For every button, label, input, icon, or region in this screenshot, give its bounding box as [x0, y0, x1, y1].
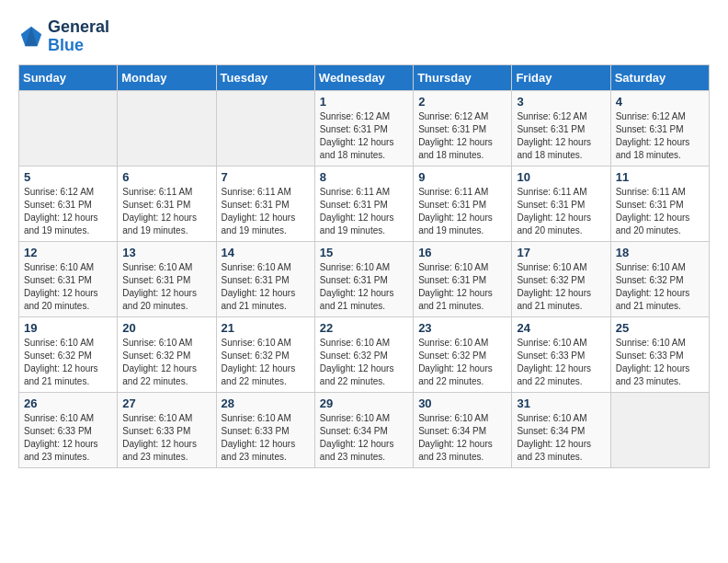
- calendar-cell: 15Sunrise: 6:10 AM Sunset: 6:31 PM Dayli…: [314, 241, 413, 316]
- calendar-cell: 25Sunrise: 6:10 AM Sunset: 6:33 PM Dayli…: [610, 316, 709, 392]
- day-info: Sunrise: 6:10 AM Sunset: 6:32 PM Dayligh…: [122, 337, 210, 388]
- day-number: 12: [24, 246, 112, 259]
- calendar-cell: 19Sunrise: 6:10 AM Sunset: 6:32 PM Dayli…: [19, 316, 118, 392]
- day-info: Sunrise: 6:12 AM Sunset: 6:31 PM Dayligh…: [418, 110, 506, 162]
- day-info: Sunrise: 6:11 AM Sunset: 6:31 PM Dayligh…: [320, 186, 408, 237]
- day-number: 1: [320, 95, 408, 109]
- page-header: General Blue: [18, 18, 710, 55]
- day-number: 23: [418, 321, 506, 335]
- day-number: 8: [320, 170, 408, 184]
- day-info: Sunrise: 6:11 AM Sunset: 6:31 PM Dayligh…: [222, 186, 310, 237]
- day-number: 10: [517, 170, 605, 184]
- calendar-cell: 20Sunrise: 6:10 AM Sunset: 6:32 PM Dayli…: [118, 316, 216, 392]
- calendar-cell: 22Sunrise: 6:10 AM Sunset: 6:32 PM Dayli…: [314, 316, 413, 392]
- weekday-header-friday: Friday: [512, 64, 610, 90]
- day-info: Sunrise: 6:10 AM Sunset: 6:34 PM Dayligh…: [418, 412, 506, 464]
- day-number: 26: [24, 396, 112, 410]
- weekday-header-wednesday: Wednesday: [314, 64, 413, 90]
- day-info: Sunrise: 6:12 AM Sunset: 6:31 PM Dayligh…: [517, 110, 605, 162]
- day-number: 19: [24, 321, 112, 335]
- day-info: Sunrise: 6:10 AM Sunset: 6:33 PM Dayligh…: [517, 337, 605, 388]
- calendar-cell: 10Sunrise: 6:11 AM Sunset: 6:31 PM Dayli…: [512, 166, 610, 241]
- calendar-cell: 6Sunrise: 6:11 AM Sunset: 6:31 PM Daylig…: [118, 166, 216, 241]
- day-info: Sunrise: 6:10 AM Sunset: 6:32 PM Dayligh…: [517, 261, 605, 313]
- calendar-cell: [216, 90, 314, 166]
- day-number: 3: [517, 95, 605, 109]
- calendar-cell: 24Sunrise: 6:10 AM Sunset: 6:33 PM Dayli…: [512, 316, 610, 392]
- day-number: 21: [222, 321, 310, 335]
- calendar-cell: 23Sunrise: 6:10 AM Sunset: 6:32 PM Dayli…: [414, 316, 512, 392]
- calendar-cell: 17Sunrise: 6:10 AM Sunset: 6:32 PM Dayli…: [512, 241, 610, 316]
- calendar-cell: 27Sunrise: 6:10 AM Sunset: 6:33 PM Dayli…: [118, 392, 216, 467]
- calendar-table: SundayMondayTuesdayWednesdayThursdayFrid…: [18, 64, 710, 468]
- day-info: Sunrise: 6:10 AM Sunset: 6:32 PM Dayligh…: [320, 337, 408, 388]
- day-info: Sunrise: 6:10 AM Sunset: 6:33 PM Dayligh…: [222, 412, 310, 464]
- day-number: 6: [122, 170, 210, 184]
- calendar-cell: 8Sunrise: 6:11 AM Sunset: 6:31 PM Daylig…: [314, 166, 413, 241]
- day-info: Sunrise: 6:10 AM Sunset: 6:32 PM Dayligh…: [24, 337, 112, 388]
- calendar-cell: 3Sunrise: 6:12 AM Sunset: 6:31 PM Daylig…: [512, 90, 610, 166]
- day-number: 4: [616, 95, 704, 109]
- day-info: Sunrise: 6:10 AM Sunset: 6:32 PM Dayligh…: [616, 261, 704, 313]
- day-info: Sunrise: 6:10 AM Sunset: 6:31 PM Dayligh…: [24, 261, 112, 313]
- weekday-header-sunday: Sunday: [19, 64, 118, 90]
- calendar-cell: 18Sunrise: 6:10 AM Sunset: 6:32 PM Dayli…: [610, 241, 709, 316]
- day-number: 20: [122, 321, 210, 335]
- day-info: Sunrise: 6:10 AM Sunset: 6:31 PM Dayligh…: [222, 261, 310, 313]
- day-number: 2: [418, 95, 506, 109]
- calendar-cell: 12Sunrise: 6:10 AM Sunset: 6:31 PM Dayli…: [19, 241, 118, 316]
- day-number: 16: [418, 246, 506, 259]
- calendar-cell: 26Sunrise: 6:10 AM Sunset: 6:33 PM Dayli…: [19, 392, 118, 467]
- day-number: 17: [517, 246, 605, 259]
- day-number: 25: [616, 321, 704, 335]
- day-number: 7: [222, 170, 310, 184]
- day-info: Sunrise: 6:11 AM Sunset: 6:31 PM Dayligh…: [122, 186, 210, 237]
- calendar-cell: 16Sunrise: 6:10 AM Sunset: 6:31 PM Dayli…: [414, 241, 512, 316]
- day-number: 22: [320, 321, 408, 335]
- day-info: Sunrise: 6:11 AM Sunset: 6:31 PM Dayligh…: [517, 186, 605, 237]
- day-info: Sunrise: 6:10 AM Sunset: 6:31 PM Dayligh…: [418, 261, 506, 313]
- day-info: Sunrise: 6:11 AM Sunset: 6:31 PM Dayligh…: [418, 186, 506, 237]
- calendar-cell: 13Sunrise: 6:10 AM Sunset: 6:31 PM Dayli…: [118, 241, 216, 316]
- logo-icon: [18, 24, 44, 50]
- day-info: Sunrise: 6:10 AM Sunset: 6:31 PM Dayligh…: [320, 261, 408, 313]
- day-info: Sunrise: 6:10 AM Sunset: 6:33 PM Dayligh…: [24, 412, 112, 464]
- logo: General Blue: [18, 18, 109, 55]
- day-number: 29: [320, 396, 408, 410]
- logo-text: General Blue: [48, 18, 109, 55]
- day-number: 31: [517, 396, 605, 410]
- calendar-cell: 4Sunrise: 6:12 AM Sunset: 6:31 PM Daylig…: [610, 90, 709, 166]
- day-number: 28: [222, 396, 310, 410]
- calendar-cell: 1Sunrise: 6:12 AM Sunset: 6:31 PM Daylig…: [314, 90, 413, 166]
- weekday-header-thursday: Thursday: [414, 64, 512, 90]
- day-number: 24: [517, 321, 605, 335]
- day-info: Sunrise: 6:10 AM Sunset: 6:31 PM Dayligh…: [122, 261, 210, 313]
- day-number: 11: [616, 170, 704, 184]
- calendar-cell: [19, 90, 118, 166]
- day-info: Sunrise: 6:10 AM Sunset: 6:32 PM Dayligh…: [418, 337, 506, 388]
- calendar-cell: 28Sunrise: 6:10 AM Sunset: 6:33 PM Dayli…: [216, 392, 314, 467]
- day-number: 15: [320, 246, 408, 259]
- calendar-cell: 30Sunrise: 6:10 AM Sunset: 6:34 PM Dayli…: [414, 392, 512, 467]
- day-number: 13: [122, 246, 210, 259]
- calendar-cell: 2Sunrise: 6:12 AM Sunset: 6:31 PM Daylig…: [414, 90, 512, 166]
- calendar-cell: 9Sunrise: 6:11 AM Sunset: 6:31 PM Daylig…: [414, 166, 512, 241]
- day-info: Sunrise: 6:12 AM Sunset: 6:31 PM Dayligh…: [24, 186, 112, 237]
- day-info: Sunrise: 6:10 AM Sunset: 6:33 PM Dayligh…: [616, 337, 704, 388]
- day-number: 14: [222, 246, 310, 259]
- weekday-header-monday: Monday: [118, 64, 216, 90]
- calendar-cell: [118, 90, 216, 166]
- calendar-cell: 11Sunrise: 6:11 AM Sunset: 6:31 PM Dayli…: [610, 166, 709, 241]
- day-number: 5: [24, 170, 112, 184]
- day-number: 30: [418, 396, 506, 410]
- day-info: Sunrise: 6:10 AM Sunset: 6:33 PM Dayligh…: [122, 412, 210, 464]
- day-info: Sunrise: 6:10 AM Sunset: 6:34 PM Dayligh…: [320, 412, 408, 464]
- calendar-cell: [610, 392, 709, 467]
- day-info: Sunrise: 6:11 AM Sunset: 6:31 PM Dayligh…: [616, 186, 704, 237]
- day-info: Sunrise: 6:12 AM Sunset: 6:31 PM Dayligh…: [320, 110, 408, 162]
- day-info: Sunrise: 6:12 AM Sunset: 6:31 PM Dayligh…: [616, 110, 704, 162]
- weekday-header-tuesday: Tuesday: [216, 64, 314, 90]
- weekday-header-saturday: Saturday: [610, 64, 709, 90]
- day-info: Sunrise: 6:10 AM Sunset: 6:34 PM Dayligh…: [517, 412, 605, 464]
- day-number: 27: [122, 396, 210, 410]
